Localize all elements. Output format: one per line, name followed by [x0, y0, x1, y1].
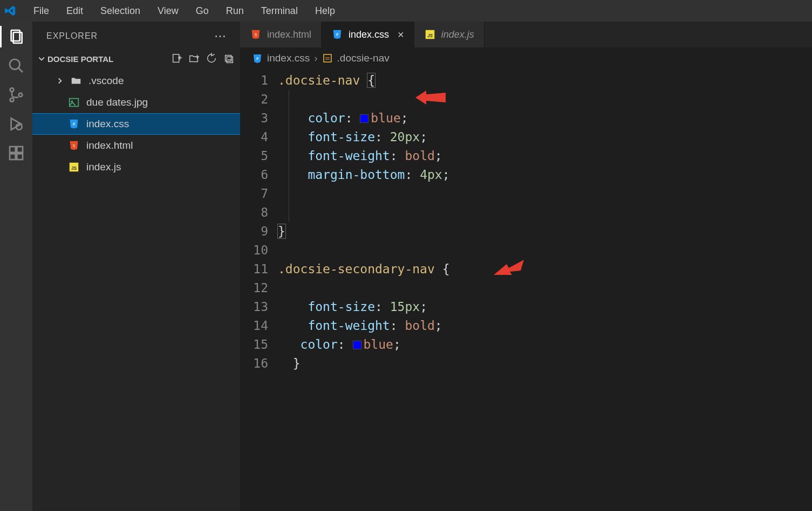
- svg-rect-13: [173, 54, 179, 63]
- annotation-arrow-1-icon: [415, 88, 446, 107]
- more-actions-icon[interactable]: ⋯: [214, 29, 226, 43]
- refresh-icon[interactable]: [206, 53, 217, 65]
- svg-point-6: [19, 93, 23, 97]
- tree-item-due-dates-jpg[interactable]: due dates.jpg: [32, 92, 240, 113]
- svg-marker-36: [494, 260, 524, 275]
- editor-area: 5index.html#index.css×JSindex.js # index…: [240, 22, 812, 511]
- tab-label: index.html: [267, 29, 311, 40]
- file-label: index.html: [86, 140, 133, 151]
- svg-text:#: #: [256, 56, 259, 61]
- svg-line-3: [18, 68, 23, 72]
- search-icon[interactable]: [8, 57, 25, 74]
- menu-selection[interactable]: Selection: [93, 2, 148, 20]
- menu-terminal[interactable]: Terminal: [254, 2, 305, 20]
- chevron-right-icon: ›: [314, 52, 317, 64]
- tab-index-js[interactable]: JSindex.js: [414, 22, 485, 47]
- run-debug-icon[interactable]: [8, 115, 25, 133]
- chevron-right-icon: [56, 77, 64, 85]
- folder-header[interactable]: DOCSIE PORTAL: [32, 51, 240, 67]
- menu-edit[interactable]: Edit: [59, 2, 91, 20]
- tab-label: index.css: [349, 29, 389, 40]
- svg-text:5: 5: [255, 32, 257, 37]
- new-folder-icon[interactable]: [188, 53, 200, 65]
- tab-index-html[interactable]: 5index.html: [240, 22, 322, 47]
- annotation-arrow-2-icon: [494, 260, 524, 278]
- vscode-logo-icon: [4, 5, 16, 17]
- close-icon[interactable]: ×: [398, 29, 404, 41]
- file-label: due dates.jpg: [86, 96, 148, 108]
- tab-label: index.js: [441, 29, 474, 40]
- menu-run[interactable]: Run: [219, 2, 251, 20]
- source-control-icon[interactable]: [8, 86, 25, 103]
- svg-text:JS: JS: [427, 33, 433, 38]
- svg-point-4: [10, 88, 14, 92]
- menu-go[interactable]: Go: [188, 2, 216, 20]
- collapse-all-icon[interactable]: [223, 53, 235, 65]
- svg-rect-18: [226, 56, 231, 61]
- explorer-icon[interactable]: [8, 28, 25, 45]
- svg-rect-10: [10, 154, 16, 160]
- extensions-icon[interactable]: [8, 144, 25, 162]
- tab-index-css[interactable]: #index.css×: [322, 22, 414, 47]
- svg-text:5: 5: [73, 143, 75, 148]
- tree-item-index-js[interactable]: JSindex.js: [32, 156, 240, 178]
- svg-point-2: [10, 59, 20, 70]
- svg-text:JS: JS: [71, 166, 77, 171]
- menu-help[interactable]: Help: [308, 2, 343, 20]
- breadcrumb-symbol: .docsie-nav: [337, 52, 390, 64]
- svg-rect-11: [17, 154, 23, 160]
- svg-rect-32: [324, 54, 331, 62]
- svg-rect-9: [10, 147, 16, 153]
- sidebar: EXPLORER ⋯ DOCSIE PORTAL .vscodedue date…: [32, 22, 240, 511]
- menu-view[interactable]: View: [150, 2, 186, 20]
- css-file-icon: #: [252, 53, 263, 64]
- svg-text:#: #: [73, 122, 76, 127]
- svg-rect-12: [17, 147, 23, 153]
- tree-item-index-css[interactable]: #index.css: [32, 113, 240, 135]
- menu-file[interactable]: File: [26, 2, 57, 20]
- file-label: index.js: [86, 161, 121, 173]
- sidebar-title: EXPLORER: [46, 31, 98, 41]
- folder-name: DOCSIE PORTAL: [47, 54, 113, 64]
- breadcrumb-file: index.css: [267, 52, 310, 64]
- activity-bar: [0, 22, 32, 511]
- code: .docsie-nav { color: blue; font-size: 20…: [278, 71, 812, 511]
- svg-text:#: #: [336, 32, 339, 37]
- svg-point-5: [10, 98, 14, 102]
- breadcrumbs[interactable]: # index.css › .docsie-nav: [240, 47, 812, 69]
- file-label: index.css: [86, 118, 129, 130]
- symbol-icon: [322, 53, 333, 64]
- gutter: 12345678910111213141516: [240, 71, 278, 511]
- menubar: FileEditSelectionViewGoRunTerminalHelp: [0, 0, 812, 22]
- tree-item--vscode[interactable]: .vscode: [32, 70, 240, 92]
- tree-item-index-html[interactable]: 5index.html: [32, 135, 240, 156]
- chevron-down-icon: [38, 55, 45, 63]
- svg-rect-21: [70, 99, 79, 107]
- svg-marker-35: [415, 91, 446, 105]
- file-label: .vscode: [88, 75, 124, 87]
- tabs: 5index.html#index.css×JSindex.js: [240, 22, 812, 47]
- code-editor[interactable]: 12345678910111213141516 .docsie-nav { co…: [240, 69, 812, 511]
- file-tree: .vscodedue dates.jpg#index.css5index.htm…: [32, 67, 240, 178]
- new-file-icon[interactable]: [171, 53, 183, 65]
